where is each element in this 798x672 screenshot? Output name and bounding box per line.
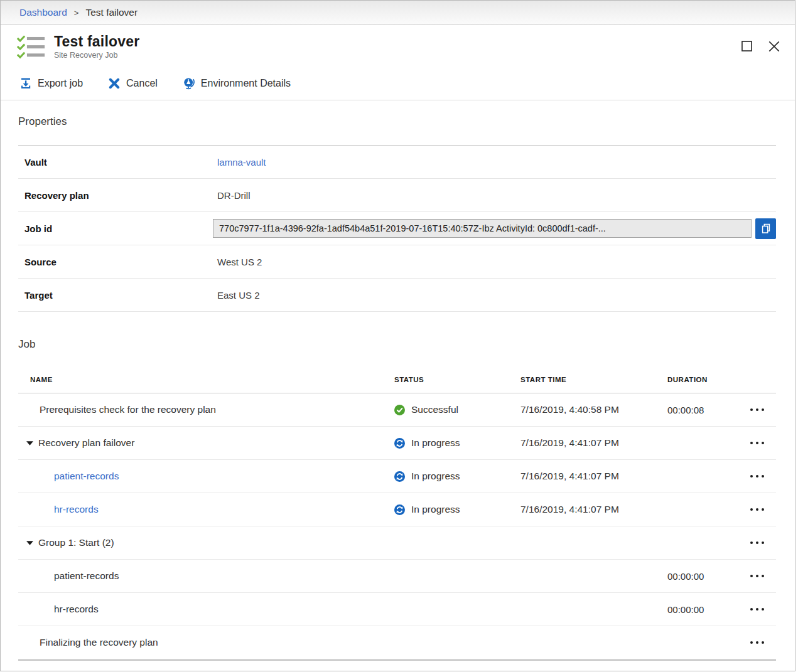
maximize-button[interactable]	[737, 37, 756, 56]
property-row: Recovery planDR-Drill	[18, 179, 776, 212]
row-actions-button[interactable]	[746, 405, 768, 415]
breadcrumb: Dashboard>Test failover	[1, 1, 795, 25]
job-step-link[interactable]: hr-records	[54, 504, 99, 515]
property-label: Target	[18, 290, 217, 301]
row-actions-button[interactable]	[746, 504, 768, 515]
job-step-name-cell: hr-records	[18, 504, 394, 515]
close-button[interactable]	[765, 37, 784, 56]
panel-header: Test failover Site Recovery Job	[1, 25, 795, 67]
property-label: Job id	[18, 223, 213, 234]
job-step-status-cell: In progress	[394, 504, 520, 515]
environment-details-label: Environment Details	[201, 78, 291, 89]
ellipsis-dot	[750, 408, 753, 411]
job-step-actions-cell	[738, 538, 776, 548]
job-step-actions-cell	[738, 637, 776, 648]
ellipsis-dot	[762, 442, 764, 444]
row-actions-button[interactable]	[746, 438, 768, 448]
property-row: SourceWest US 2	[18, 245, 776, 279]
cancel-x-icon	[108, 77, 121, 90]
ellipsis-dot	[750, 541, 753, 544]
row-actions-button[interactable]	[746, 471, 768, 481]
property-value: West US 2	[217, 257, 776, 267]
job-row: Recovery plan failoverIn progress7/16/20…	[18, 427, 776, 460]
command-bar: Export jobCancelEnvironment Details	[1, 67, 795, 100]
main-content: Properties Vaultlamna-vaultRecovery plan…	[1, 115, 795, 661]
row-actions-button[interactable]	[746, 571, 768, 581]
column-header-status: STATUS	[394, 376, 520, 383]
job-step-actions-cell	[738, 504, 776, 515]
job-row: Finalizing the recovery plan	[18, 626, 776, 659]
breadcrumb-separator: >	[74, 8, 79, 18]
property-label: Vault	[18, 157, 217, 168]
maximize-icon	[740, 40, 753, 53]
ellipsis-dot	[762, 408, 764, 411]
job-step-name: Prerequisites check for the recovery pla…	[40, 404, 216, 415]
status-inprogress-icon	[394, 471, 405, 482]
job-step-actions-cell	[738, 471, 776, 481]
export-job-button[interactable]: Export job	[19, 77, 83, 90]
cancel-button[interactable]: Cancel	[108, 77, 158, 90]
property-row: Job id770c7977-1f1a-4396-92fa-1adf54b4a5…	[18, 212, 776, 245]
job-step-actions-cell	[738, 571, 776, 581]
status-inprogress-icon	[394, 438, 405, 449]
ellipsis-dot	[762, 541, 764, 544]
ellipsis-dot	[756, 641, 758, 644]
job-step-status-cell: In progress	[394, 471, 520, 482]
row-actions-button[interactable]	[746, 637, 768, 648]
job-id-field[interactable]: 770c7977-1f1a-4396-92fa-1adf54b4a51f-201…	[213, 219, 752, 238]
export-icon	[19, 77, 32, 90]
job-row: hr-records00:00:00	[18, 593, 776, 626]
page-title: Test failover	[54, 33, 728, 50]
ellipsis-dot	[756, 608, 758, 611]
job-step-name: Recovery plan failover	[38, 437, 134, 449]
job-step-start-time: 7/16/2019, 4:41:07 PM	[520, 504, 667, 515]
ellipsis-dot	[756, 508, 758, 511]
properties-heading: Properties	[18, 115, 777, 128]
cancel-label: Cancel	[126, 78, 158, 89]
close-icon	[767, 40, 781, 53]
breadcrumb-item-dashboard[interactable]: Dashboard	[19, 7, 67, 18]
row-actions-button[interactable]	[746, 538, 768, 548]
ellipsis-dot	[756, 575, 758, 577]
job-step-name-cell: Finalizing the recovery plan	[18, 637, 394, 648]
environment-details-button[interactable]: Environment Details	[183, 77, 291, 90]
breadcrumb-item-test-failover: Test failover	[85, 7, 137, 18]
job-step-duration: 00:00:08	[667, 405, 738, 415]
job-step-duration: 00:00:00	[667, 571, 738, 582]
vault-link[interactable]: lamna-vault	[217, 157, 266, 168]
property-row: Vaultlamna-vault	[18, 146, 776, 179]
job-table-header: NAME STATUS START TIME DURATION	[18, 351, 776, 393]
job-step-link[interactable]: patient-records	[54, 471, 119, 482]
property-value-text: West US 2	[217, 257, 262, 267]
properties-table: Vaultlamna-vaultRecovery planDR-DrillJob…	[18, 145, 776, 312]
job-step-start-time: 7/16/2019, 4:40:58 PM	[520, 404, 667, 415]
job-step-start-time: 7/16/2019, 4:41:07 PM	[520, 471, 667, 482]
job-step-actions-cell	[738, 604, 776, 614]
site-recovery-job-panel: Dashboard>Test failover Test failover Si…	[0, 0, 795, 671]
job-step-name-cell: patient-records	[18, 471, 394, 482]
ellipsis-dot	[762, 608, 764, 611]
ellipsis-dot	[762, 508, 764, 511]
job-step-name-cell: hr-records	[18, 604, 394, 615]
copy-icon	[760, 223, 772, 234]
ellipsis-dot	[750, 442, 753, 444]
job-step-name: Group 1: Start (2)	[38, 537, 114, 548]
recovery-job-checklist-icon	[16, 34, 46, 59]
row-actions-button[interactable]	[746, 604, 768, 614]
ellipsis-dot	[750, 608, 753, 611]
column-header-start-time: START TIME	[520, 376, 667, 383]
job-step-status-cell: In progress	[394, 437, 520, 449]
job-step-name-cell: patient-records	[18, 570, 394, 582]
job-row: hr-recordsIn progress7/16/2019, 4:41:07 …	[18, 493, 776, 526]
ellipsis-dot	[762, 575, 764, 577]
property-value: 770c7977-1f1a-4396-92fa-1adf54b4a51f-201…	[213, 218, 776, 239]
status-label: Successful	[411, 404, 458, 415]
job-step-actions-cell	[738, 405, 776, 415]
property-value: DR-Drill	[217, 190, 776, 201]
job-step-status-cell: Successful	[394, 404, 520, 415]
ellipsis-dot	[762, 641, 764, 644]
status-label: In progress	[411, 437, 460, 449]
chevron-down-icon	[26, 441, 33, 445]
copy-job-id-button[interactable]	[755, 218, 776, 239]
globe-icon	[183, 77, 195, 90]
